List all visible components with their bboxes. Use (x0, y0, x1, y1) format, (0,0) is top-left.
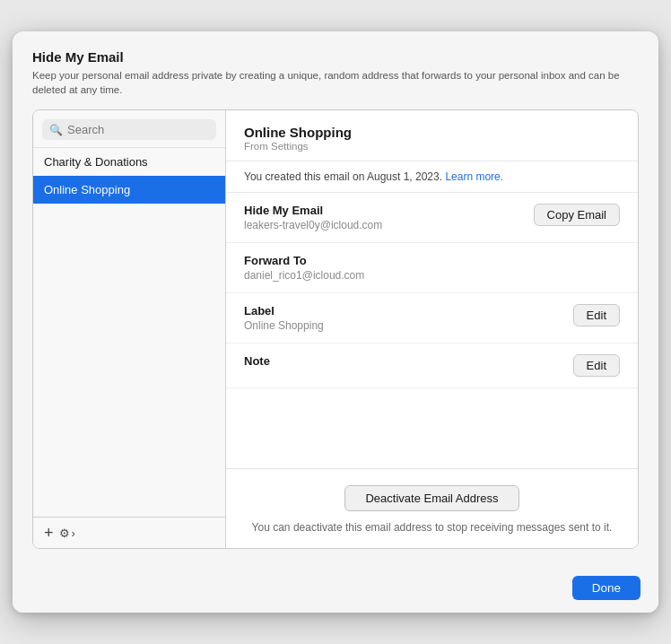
window-subtitle: Keep your personal email address private… (32, 68, 639, 97)
forward-to-value: daniel_rico1@icloud.com (244, 269, 364, 282)
created-text: You created this email on August 1, 2023… (244, 170, 442, 183)
bottom-bar: Done (13, 563, 658, 613)
window-title: Hide My Email (32, 49, 639, 65)
detail-section-label: Label Online Shopping Edit (226, 293, 638, 344)
chevron-down-icon: › (72, 527, 75, 540)
detail-section-note-left: Note (244, 354, 270, 368)
add-email-button[interactable]: + (44, 525, 54, 541)
edit-label-button[interactable]: Edit (573, 304, 620, 326)
search-icon: 🔍 (49, 124, 63, 136)
gear-icon: ⚙ (59, 527, 70, 540)
edit-note-button[interactable]: Edit (573, 354, 620, 377)
search-box[interactable]: 🔍 (42, 119, 216, 140)
detail-section-label-left: Label Online Shopping (244, 304, 324, 332)
hide-my-email-label: Hide My Email (244, 204, 382, 217)
sidebar: 🔍 Charity & Donations Online Shopping + … (33, 110, 226, 548)
deactivate-email-button[interactable]: Deactivate Email Address (344, 485, 518, 511)
sidebar-footer: + ⚙› (33, 517, 225, 548)
window: Hide My Email Keep your personal email a… (13, 31, 658, 613)
detail-source: From Settings (244, 141, 620, 152)
sidebar-item-online-shopping[interactable]: Online Shopping (33, 176, 225, 204)
detail-header: Online Shopping From Settings (226, 110, 638, 161)
search-input[interactable] (67, 123, 209, 136)
hide-my-email-value: leakers-travel0y@icloud.com (244, 219, 382, 231)
label-label: Label (244, 304, 324, 318)
detail-section-note: Note Edit (226, 344, 638, 388)
label-value: Online Shopping (244, 319, 324, 332)
window-content: Hide My Email Keep your personal email a… (13, 31, 658, 563)
deactivate-section: Deactivate Email Address You can deactiv… (226, 468, 638, 548)
search-container: 🔍 (33, 110, 225, 148)
copy-email-button[interactable]: Copy Email (534, 204, 620, 226)
sidebar-item-charity[interactable]: Charity & Donations (33, 148, 225, 176)
note-label: Note (244, 354, 270, 368)
window-header: Hide My Email Keep your personal email a… (32, 49, 639, 97)
detail-section-hide-my-email-left: Hide My Email leakers-travel0y@icloud.co… (244, 204, 382, 231)
detail-section-forward-to: Forward To daniel_rico1@icloud.com (226, 243, 638, 293)
detail-section-forward-to-left: Forward To daniel_rico1@icloud.com (244, 254, 364, 282)
forward-to-label: Forward To (244, 254, 364, 267)
detail-section-hide-my-email: Hide My Email leakers-travel0y@icloud.co… (226, 193, 638, 243)
detail-title: Online Shopping (244, 125, 620, 140)
done-button[interactable]: Done (572, 576, 640, 600)
sidebar-list: Charity & Donations Online Shopping (33, 148, 225, 517)
detail-pane: Online Shopping From Settings You create… (226, 110, 638, 548)
learn-more-link[interactable]: Learn more. (445, 170, 503, 183)
main-area: 🔍 Charity & Donations Online Shopping + … (32, 109, 639, 549)
detail-created: You created this email on August 1, 2023… (226, 161, 638, 193)
deactivate-note: You can deactivate this email address to… (252, 520, 613, 535)
settings-button[interactable]: ⚙› (59, 527, 75, 540)
